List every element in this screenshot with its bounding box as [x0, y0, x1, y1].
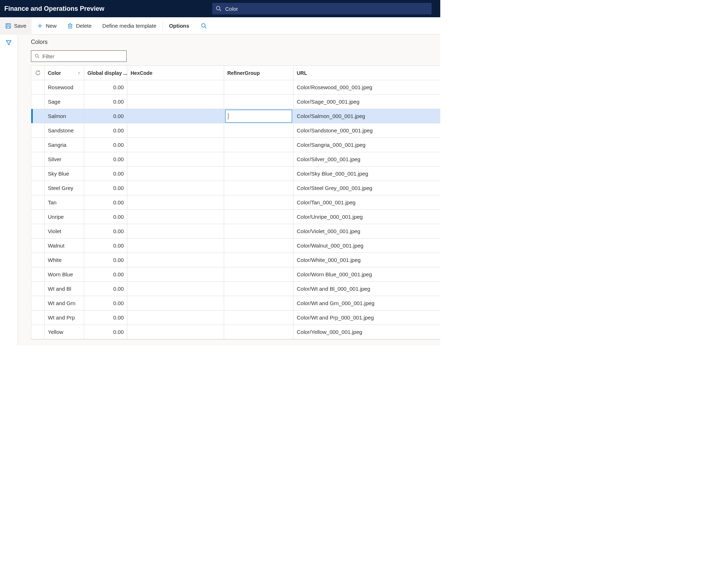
- table-row[interactable]: Steel Grey 0.00 Color/Steel Grey_000_001…: [31, 181, 440, 195]
- display-order-cell[interactable]: 0.00: [84, 210, 127, 224]
- color-cell[interactable]: Unripe: [45, 210, 84, 224]
- action-search-button[interactable]: [195, 17, 213, 35]
- color-cell[interactable]: White: [45, 253, 84, 267]
- refinergroup-cell[interactable]: [224, 282, 294, 296]
- refinergroup-cell[interactable]: [224, 253, 294, 267]
- color-cell[interactable]: Wt and Prp: [45, 311, 84, 325]
- table-row[interactable]: Sangria 0.00 Color/Sangria_000_001.jpeg: [31, 138, 440, 152]
- table-row[interactable]: Violet 0.00 Color/Violet_000_001.jpeg: [31, 224, 440, 239]
- hexcode-cell[interactable]: [127, 138, 224, 152]
- filter-input[interactable]: [42, 53, 123, 59]
- display-order-cell[interactable]: 0.00: [84, 282, 127, 296]
- url-cell[interactable]: Color/Sangria_000_001.jpeg: [294, 138, 440, 152]
- table-row[interactable]: Silver 0.00 Color/Silver_000_001.jpeg: [31, 152, 440, 167]
- url-cell[interactable]: Color/Sky Blue_000_001.jpeg: [294, 167, 440, 181]
- url-cell[interactable]: Color/Yellow_000_001.jpeg: [294, 325, 440, 339]
- hexcode-cell[interactable]: [127, 253, 224, 267]
- row-selector-cell[interactable]: [31, 210, 45, 224]
- table-row[interactable]: Salmon 0.00 Color/Salmon_000_001.jpeg: [31, 109, 440, 123]
- refinergroup-cell[interactable]: [224, 181, 294, 195]
- table-row[interactable]: Unripe 0.00 Color/Unripe_000_001.jpeg: [31, 210, 440, 224]
- hexcode-cell[interactable]: [127, 95, 224, 109]
- color-cell[interactable]: Worn Blue: [45, 267, 84, 281]
- display-order-cell[interactable]: 0.00: [84, 152, 127, 166]
- options-button[interactable]: Options: [164, 17, 195, 35]
- display-order-cell[interactable]: 0.00: [84, 167, 127, 181]
- refinergroup-input[interactable]: [225, 110, 292, 123]
- url-cell[interactable]: Color/Sandstone_000_001.jpeg: [294, 123, 440, 137]
- row-selector-cell[interactable]: [31, 253, 45, 267]
- refinergroup-cell[interactable]: [224, 109, 294, 123]
- row-selector-cell[interactable]: [31, 109, 45, 123]
- hexcode-cell[interactable]: [127, 210, 224, 224]
- row-selector-cell[interactable]: [31, 138, 45, 152]
- url-cell[interactable]: Color/Wt and Bl_000_001.jpeg: [294, 282, 440, 296]
- color-cell[interactable]: Wt and Bl: [45, 282, 84, 296]
- color-column-header[interactable]: Color ↑: [45, 66, 84, 80]
- hexcode-cell[interactable]: [127, 195, 224, 209]
- table-row[interactable]: Wt and Grn 0.00 Color/Wt and Grn_000_001…: [31, 296, 440, 311]
- hexcode-cell[interactable]: [127, 224, 224, 238]
- refinergroup-cell[interactable]: [224, 195, 294, 209]
- table-row[interactable]: White 0.00 Color/White_000_001.jpeg: [31, 253, 440, 267]
- url-cell[interactable]: Color/Silver_000_001.jpeg: [294, 152, 440, 166]
- hexcode-cell[interactable]: [127, 80, 224, 94]
- table-row[interactable]: Wt and Prp 0.00 Color/Wt and Prp_000_001…: [31, 311, 440, 325]
- refinergroup-cell[interactable]: [224, 210, 294, 224]
- row-selector-cell[interactable]: [31, 152, 45, 166]
- url-cell[interactable]: Color/Rosewood_000_001.jpeg: [294, 80, 440, 94]
- table-row[interactable]: Wt and Bl 0.00 Color/Wt and Bl_000_001.j…: [31, 282, 440, 296]
- color-cell[interactable]: Sky Blue: [45, 167, 84, 181]
- refinergroup-cell[interactable]: [224, 123, 294, 137]
- hexcode-cell[interactable]: [127, 325, 224, 339]
- global-search-box[interactable]: Color: [212, 3, 432, 14]
- hexcode-cell[interactable]: [127, 282, 224, 296]
- url-cell[interactable]: Color/Tan_000_001.jpeg: [294, 195, 440, 209]
- table-row[interactable]: Tan 0.00 Color/Tan_000_001.jpeg: [31, 195, 440, 210]
- table-row[interactable]: Rosewood 0.00 Color/Rosewood_000_001.jpe…: [31, 80, 440, 95]
- table-row[interactable]: Sandstone 0.00 Color/Sandstone_000_001.j…: [31, 123, 440, 138]
- hexcode-cell[interactable]: [127, 167, 224, 181]
- refinergroup-cell[interactable]: [224, 167, 294, 181]
- row-selector-cell[interactable]: [31, 325, 45, 339]
- row-selector-cell[interactable]: [31, 167, 45, 181]
- hexcode-cell[interactable]: [127, 109, 224, 123]
- refinergroup-cell[interactable]: [224, 239, 294, 253]
- refinergroup-cell[interactable]: [224, 224, 294, 238]
- display-order-cell[interactable]: 0.00: [84, 253, 127, 267]
- display-order-cell[interactable]: 0.00: [84, 109, 127, 123]
- color-cell[interactable]: Tan: [45, 195, 84, 209]
- display-order-cell[interactable]: 0.00: [84, 325, 127, 339]
- color-cell[interactable]: Walnut: [45, 239, 84, 253]
- color-cell[interactable]: Violet: [45, 224, 84, 238]
- color-cell[interactable]: Sage: [45, 95, 84, 109]
- url-column-header[interactable]: URL: [294, 66, 440, 80]
- refinergroup-cell[interactable]: [224, 138, 294, 152]
- display-order-column-header[interactable]: Global display ...: [84, 66, 127, 80]
- row-selector-cell[interactable]: [31, 267, 45, 281]
- url-cell[interactable]: Color/Unripe_000_001.jpeg: [294, 210, 440, 224]
- display-order-cell[interactable]: 0.00: [84, 181, 127, 195]
- hexcode-cell[interactable]: [127, 152, 224, 166]
- url-cell[interactable]: Color/Worn Blue_000_001.jpeg: [294, 267, 440, 281]
- row-selector-cell[interactable]: [31, 195, 45, 209]
- color-cell[interactable]: Steel Grey: [45, 181, 84, 195]
- row-selector-cell[interactable]: [31, 282, 45, 296]
- table-row[interactable]: Sage 0.00 Color/Sage_000_001.jpeg: [31, 95, 440, 109]
- display-order-cell[interactable]: 0.00: [84, 80, 127, 94]
- color-cell[interactable]: Rosewood: [45, 80, 84, 94]
- row-selector-cell[interactable]: [31, 311, 45, 325]
- url-cell[interactable]: Color/Steel Grey_000_001.jpeg: [294, 181, 440, 195]
- hexcode-cell[interactable]: [127, 296, 224, 310]
- refinergroup-cell[interactable]: [224, 311, 294, 325]
- display-order-cell[interactable]: 0.00: [84, 95, 127, 109]
- row-selector-cell[interactable]: [31, 123, 45, 137]
- define-media-template-button[interactable]: Define media template: [97, 17, 162, 35]
- color-cell[interactable]: Salmon: [45, 109, 84, 123]
- color-cell[interactable]: Wt and Grn: [45, 296, 84, 310]
- display-order-cell[interactable]: 0.00: [84, 267, 127, 281]
- refinergroup-cell[interactable]: [224, 80, 294, 94]
- filter-rail-button[interactable]: [5, 40, 12, 345]
- hexcode-cell[interactable]: [127, 311, 224, 325]
- color-cell[interactable]: Yellow: [45, 325, 84, 339]
